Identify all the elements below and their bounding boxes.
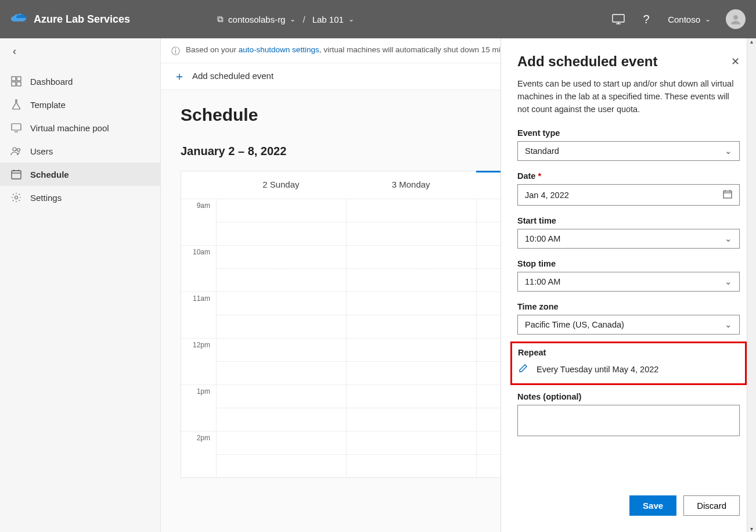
sidebar-item-label: Dashboard <box>30 77 73 87</box>
calendar-slot[interactable] <box>216 385 346 431</box>
sidebar-item-label: Virtual machine pool <box>30 123 109 133</box>
start-time-select[interactable]: 10:00 AM ⌄ <box>517 229 740 249</box>
calendar-slot[interactable] <box>346 385 476 431</box>
sidebar-item-label: Settings <box>30 193 62 203</box>
azure-lab-logo-icon <box>10 13 27 25</box>
brand[interactable]: Azure Lab Services <box>10 13 130 26</box>
stop-time-label: Stop time <box>517 259 740 268</box>
monitor-icon <box>10 122 22 134</box>
start-time-value: 10:00 AM <box>525 234 560 243</box>
scrollbar[interactable]: ▴ ▾ <box>747 38 756 532</box>
lab-crumb[interactable]: Lab 101 ⌄ <box>312 15 354 24</box>
sidebar-item-dashboard[interactable]: Dashboard <box>0 70 160 93</box>
scroll-up-icon: ▴ <box>747 38 756 45</box>
notes-label: Notes (optional) <box>517 392 740 401</box>
repeat-label: Repeat <box>518 348 739 357</box>
event-type-label: Event type <box>517 128 740 138</box>
sidebar-item-label: Schedule <box>30 170 69 179</box>
chevron-down-icon: ⌄ <box>725 146 732 156</box>
time-label: 2pm <box>181 432 216 477</box>
auto-shutdown-link[interactable]: auto-shutdown settings <box>239 45 319 54</box>
calendar-icon <box>10 168 22 180</box>
rg-label: contosolabs-rg <box>228 15 285 24</box>
day-header[interactable]: 3 Monday <box>346 171 476 199</box>
timezone-label: Time zone <box>517 302 740 311</box>
dashboard-icon <box>10 76 22 87</box>
avatar[interactable] <box>726 9 746 29</box>
day-header[interactable]: 2 Sunday <box>216 171 346 199</box>
calendar-slot[interactable] <box>216 432 346 477</box>
event-type-value: Standard <box>525 146 559 156</box>
svg-rect-17 <box>723 191 732 198</box>
calendar-slot[interactable] <box>216 339 346 384</box>
chevron-down-icon: ⌄ <box>290 15 296 23</box>
sidebar-item-label: Template <box>30 100 66 110</box>
svg-rect-8 <box>12 124 21 130</box>
chevron-down-icon: ⌄ <box>705 15 711 23</box>
notes-textarea[interactable] <box>517 405 740 436</box>
svg-rect-6 <box>12 82 16 86</box>
sidebar-item-settings[interactable]: Settings <box>0 186 160 209</box>
sidebar-item-vm-pool[interactable]: Virtual machine pool <box>0 116 160 139</box>
product-name: Azure Lab Services <box>34 13 130 26</box>
calendar-slot[interactable] <box>346 432 476 477</box>
help-icon[interactable]: ? <box>640 13 653 26</box>
users-icon <box>10 145 22 157</box>
calendar-slot[interactable] <box>346 246 476 292</box>
svg-point-11 <box>17 149 20 152</box>
panel-description: Events can be used to start up and/or sh… <box>517 78 740 116</box>
chevron-down-icon: ⌄ <box>725 320 732 329</box>
pencil-icon <box>518 363 528 375</box>
time-label: 12pm <box>181 339 216 384</box>
svg-rect-0 <box>613 15 624 22</box>
repeat-value: Every Tuesday until May 4, 2022 <box>537 365 658 374</box>
required-asterisk: * <box>538 171 541 181</box>
monitor-icon[interactable] <box>612 13 625 26</box>
gear-icon <box>10 192 22 203</box>
sidebar-item-template[interactable]: Template <box>0 93 160 116</box>
repeat-highlight: Repeat Every Tuesday until May 4, 2022 <box>510 342 747 385</box>
svg-rect-4 <box>12 77 16 81</box>
stop-time-value: 11:00 AM <box>525 277 560 286</box>
date-input[interactable]: Jan 4, 2022 <box>517 184 740 206</box>
calendar-slot[interactable] <box>346 199 476 245</box>
calendar-slot[interactable] <box>216 199 346 245</box>
stop-time-select[interactable]: 11:00 AM ⌄ <box>517 272 740 292</box>
sidebar: ‹‹ Dashboard Template Virtual machine po… <box>0 38 161 532</box>
calendar-slot[interactable] <box>216 292 346 338</box>
add-scheduled-event-button[interactable]: ＋ Add scheduled event <box>174 70 273 82</box>
calendar-slot[interactable] <box>346 339 476 384</box>
timezone-value: Pacific Time (US, Canada) <box>525 320 624 329</box>
chevron-down-icon: ⌄ <box>725 277 732 286</box>
date-value: Jan 4, 2022 <box>525 190 569 200</box>
time-label: 9am <box>181 199 216 245</box>
panel-title: Add scheduled event <box>517 53 657 70</box>
rg-crumb[interactable]: ⧉ contosolabs-rg ⌄ <box>217 14 296 24</box>
save-button[interactable]: Save <box>629 495 676 516</box>
sidebar-item-schedule[interactable]: Schedule <box>0 163 160 186</box>
repeat-edit[interactable]: Every Tuesday until May 4, 2022 <box>518 363 739 375</box>
timezone-select[interactable]: Pacific Time (US, Canada) ⌄ <box>517 315 740 335</box>
close-icon[interactable]: ✕ <box>731 55 740 68</box>
svg-rect-5 <box>17 77 21 81</box>
top-right: ? Contoso ⌄ <box>612 9 746 29</box>
sidebar-item-users[interactable]: Users <box>0 139 160 163</box>
chevron-down-icon: ⌄ <box>348 15 354 23</box>
time-label: 1pm <box>181 385 216 431</box>
user-menu[interactable]: Contoso ⌄ <box>668 15 711 24</box>
sidebar-item-label: Users <box>30 146 53 156</box>
svg-rect-12 <box>12 171 21 179</box>
lab-label: Lab 101 <box>312 15 344 24</box>
svg-point-3 <box>733 15 738 20</box>
notice-prefix: Based on your <box>186 45 239 54</box>
svg-rect-7 <box>17 82 21 86</box>
calendar-slot[interactable] <box>216 246 346 292</box>
calendar-slot[interactable] <box>346 292 476 338</box>
info-icon: ⓘ <box>171 45 180 58</box>
calendar-icon <box>723 189 732 200</box>
time-label: 10am <box>181 246 216 292</box>
svg-point-16 <box>15 196 18 199</box>
date-label: Date <box>517 171 535 181</box>
discard-button[interactable]: Discard <box>683 495 740 516</box>
event-type-select[interactable]: Standard ⌄ <box>517 141 740 161</box>
